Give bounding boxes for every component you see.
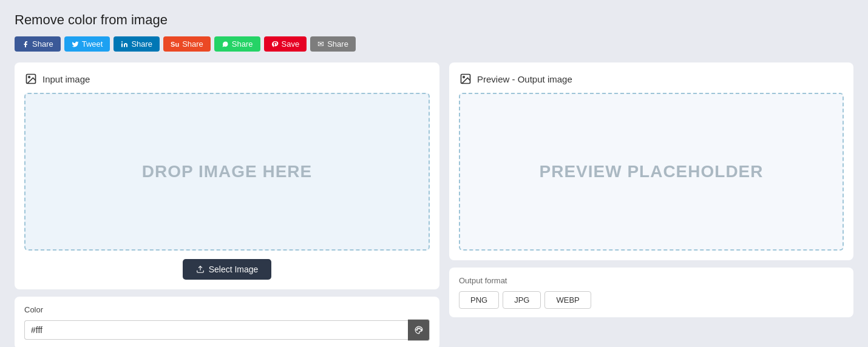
- preview-zone-text: PREVIEW PLACEHOLDER: [539, 162, 763, 181]
- share-bar: Share Tweet Share Su Share Share Save ✉ …: [15, 36, 853, 52]
- preview-image-title: Preview - Output image: [477, 74, 572, 84]
- format-png-button[interactable]: PNG: [459, 291, 499, 309]
- color-input-row: [24, 319, 430, 341]
- input-image-header: Input image: [24, 72, 430, 86]
- svg-point-4: [416, 329, 417, 331]
- format-buttons: PNG JPG WEBP: [459, 291, 844, 309]
- output-format-card: Output format PNG JPG WEBP: [449, 268, 853, 317]
- svg-point-9: [463, 76, 465, 78]
- preview-image-icon: [459, 72, 472, 86]
- format-jpg-button[interactable]: JPG: [503, 291, 541, 309]
- select-image-label: Select Image: [209, 264, 259, 274]
- drop-zone-text: DROP IMAGE HERE: [142, 162, 313, 181]
- svg-point-0: [121, 41, 123, 42]
- svg-point-7: [420, 329, 421, 331]
- svg-point-6: [419, 328, 420, 329]
- svg-point-5: [417, 328, 418, 329]
- share-pinterest-button[interactable]: Save: [264, 36, 307, 52]
- share-twitter-button[interactable]: Tweet: [64, 36, 110, 52]
- output-format-label: Output format: [459, 276, 844, 285]
- share-facebook-button[interactable]: Share: [15, 36, 61, 52]
- color-label: Color: [24, 305, 430, 314]
- left-panel: Input image DROP IMAGE HERE Select Image…: [15, 62, 439, 347]
- share-stumble-button[interactable]: Su Share: [163, 36, 211, 52]
- color-text-input[interactable]: [24, 320, 408, 340]
- share-whatsapp-button[interactable]: Share: [214, 36, 260, 52]
- color-picker-button[interactable]: [408, 319, 430, 341]
- format-webp-button[interactable]: WEBP: [544, 291, 591, 309]
- input-image-title: Input image: [42, 74, 90, 84]
- right-panel: Preview - Output image PREVIEW PLACEHOLD…: [449, 62, 853, 317]
- color-section: Color: [15, 297, 439, 347]
- image-icon: [24, 72, 38, 86]
- preview-image-header: Preview - Output image: [459, 72, 844, 86]
- share-email-button[interactable]: ✉ Share: [310, 36, 356, 52]
- share-linkedin-button[interactable]: Share: [114, 36, 160, 52]
- select-image-button[interactable]: Select Image: [183, 259, 272, 280]
- input-image-card: Input image DROP IMAGE HERE Select Image: [15, 62, 439, 289]
- preview-zone: PREVIEW PLACEHOLDER: [459, 93, 844, 251]
- preview-image-card: Preview - Output image PREVIEW PLACEHOLD…: [449, 62, 853, 260]
- drop-zone[interactable]: DROP IMAGE HERE: [24, 93, 430, 251]
- main-layout: Input image DROP IMAGE HERE Select Image…: [15, 62, 853, 347]
- page-title: Remove color from image: [15, 12, 853, 28]
- svg-point-2: [29, 76, 30, 78]
